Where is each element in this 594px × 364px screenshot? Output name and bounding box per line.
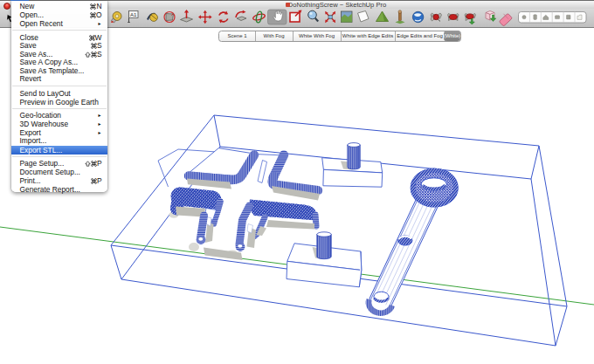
svg-text:A1: A1 (130, 12, 137, 17)
